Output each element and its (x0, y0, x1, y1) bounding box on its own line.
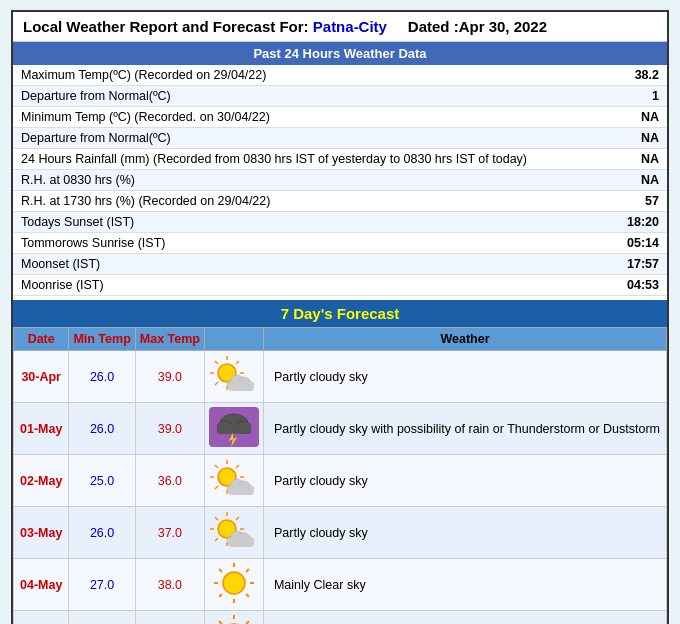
forecast-row: 03-May26.037.0 Partly cloudy sky (14, 507, 667, 559)
svg-point-48 (223, 572, 245, 594)
table-row: Moonrise (IST)04:53 (13, 275, 667, 296)
row-value: 04:53 (600, 275, 667, 296)
forecast-table: DateMin TempMax TempWeather 30-Apr26.039… (13, 327, 667, 624)
row-value: 18:20 (600, 212, 667, 233)
svg-line-55 (219, 594, 222, 597)
forecast-max-temp: 39.0 (135, 403, 204, 455)
forecast-weather-desc: Partly cloudy sky (263, 507, 666, 559)
forecast-icon (204, 403, 263, 455)
svg-line-6 (236, 361, 239, 364)
forecast-max-temp: 36.0 (135, 455, 204, 507)
row-value: 38.2 (600, 65, 667, 86)
row-value: NA (600, 149, 667, 170)
past24-table: Maximum Temp(ºC) (Recorded on 29/04/22)3… (13, 65, 667, 296)
svg-line-25 (215, 465, 218, 468)
svg-rect-33 (228, 485, 254, 495)
table-row: Todays Sunset (IST)18:20 (13, 212, 667, 233)
main-container: Local Weather Report and Forecast For: P… (11, 10, 669, 624)
forecast-weather-desc: Partly cloudy sky (263, 351, 666, 403)
header-prefix: Local Weather Report and Forecast For: (23, 18, 309, 35)
table-row: Departure from Normal(ºC)1 (13, 86, 667, 107)
svg-rect-18 (217, 425, 251, 434)
table-row: Moonset (IST)17:57 (13, 254, 667, 275)
svg-line-56 (246, 594, 249, 597)
forecast-row: 01-May26.039.0 Partly cloudy sky with po… (14, 403, 667, 455)
forecast-min-temp: 26.0 (69, 507, 135, 559)
forecast-icon (204, 351, 263, 403)
forecast-min-temp: 26.0 (69, 351, 135, 403)
forecast-weather-desc: Partly cloudy sky with possibility of ra… (263, 403, 666, 455)
forecast-icon (204, 611, 263, 625)
forecast-min-temp: 27.0 (69, 611, 135, 625)
forecast-weather-desc: Mainly Clear sky (263, 559, 666, 611)
forecast-col-header (204, 328, 263, 351)
forecast-col-header: Min Temp (69, 328, 135, 351)
row-value: NA (600, 170, 667, 191)
table-row: Minimum Temp (ºC) (Recorded. on 30/04/22… (13, 107, 667, 128)
forecast-col-header: Weather (263, 328, 666, 351)
row-label: 24 Hours Rainfall (mm) (Recorded from 08… (13, 149, 600, 170)
svg-rect-47 (228, 537, 254, 547)
row-value: 05:14 (600, 233, 667, 254)
forecast-row: 05-May27.029.0 Mainly Clear sky (14, 611, 667, 625)
svg-line-27 (215, 486, 218, 489)
header: Local Weather Report and Forecast For: P… (13, 12, 667, 42)
svg-rect-13 (228, 381, 254, 391)
forecast-min-temp: 25.0 (69, 455, 135, 507)
row-label: Minimum Temp (ºC) (Recorded. on 30/04/22… (13, 107, 600, 128)
forecast-weather-desc: Partly cloudy sky (263, 455, 666, 507)
svg-line-40 (236, 517, 239, 520)
row-label: Departure from Normal(ºC) (13, 86, 600, 107)
forecast-max-temp: 38.0 (135, 559, 204, 611)
svg-line-5 (215, 361, 218, 364)
row-value: 17:57 (600, 254, 667, 275)
header-city: Patna-City (313, 18, 387, 35)
row-label: Moonset (IST) (13, 254, 600, 275)
forecast-section: 7 Day's Forecast DateMin TempMax TempWea… (13, 300, 667, 624)
row-value: NA (600, 128, 667, 149)
forecast-min-temp: 26.0 (69, 403, 135, 455)
forecast-date: 05-May (14, 611, 69, 625)
header-date: Apr 30, 2022 (459, 18, 547, 35)
svg-line-53 (219, 569, 222, 572)
forecast-max-temp: 37.0 (135, 507, 204, 559)
past24-header: Past 24 Hours Weather Data (13, 42, 667, 65)
forecast-row: 04-May27.038.0 Mainly Clear sky (14, 559, 667, 611)
svg-line-41 (215, 538, 218, 541)
forecast-row: 30-Apr26.039.0 Partly cloudy sky (14, 351, 667, 403)
forecast-icon (204, 559, 263, 611)
table-row: Departure from Normal(ºC)NA (13, 128, 667, 149)
table-row: R.H. at 1730 hrs (%) (Recorded on 29/04/… (13, 191, 667, 212)
forecast-col-header: Max Temp (135, 328, 204, 351)
row-label: Maximum Temp(ºC) (Recorded on 29/04/22) (13, 65, 600, 86)
svg-line-39 (215, 517, 218, 520)
row-label: Todays Sunset (IST) (13, 212, 600, 233)
table-row: R.H. at 0830 hrs (%)NA (13, 170, 667, 191)
row-label: Departure from Normal(ºC) (13, 128, 600, 149)
forecast-date: 04-May (14, 559, 69, 611)
svg-line-26 (236, 465, 239, 468)
forecast-icon (204, 507, 263, 559)
table-row: Tommorows Sunrise (IST)05:14 (13, 233, 667, 254)
forecast-max-temp: 39.0 (135, 351, 204, 403)
forecast-min-temp: 27.0 (69, 559, 135, 611)
row-label: R.H. at 1730 hrs (%) (Recorded on 29/04/… (13, 191, 600, 212)
header-dated-label: Dated : (408, 18, 459, 35)
row-label: Moonrise (IST) (13, 275, 600, 296)
row-value: 1 (600, 86, 667, 107)
forecast-row: 02-May25.036.0 Partly cloudy sky (14, 455, 667, 507)
svg-line-54 (246, 569, 249, 572)
row-label: Tommorows Sunrise (IST) (13, 233, 600, 254)
row-label: R.H. at 0830 hrs (%) (13, 170, 600, 191)
forecast-header: 7 Day's Forecast (13, 300, 667, 327)
forecast-col-header: Date (14, 328, 69, 351)
forecast-icon (204, 455, 263, 507)
table-row: 24 Hours Rainfall (mm) (Recorded from 08… (13, 149, 667, 170)
forecast-weather-desc: Mainly Clear sky (263, 611, 666, 625)
row-value: NA (600, 107, 667, 128)
svg-line-7 (215, 382, 218, 385)
forecast-date: 02-May (14, 455, 69, 507)
forecast-max-temp: 29.0 (135, 611, 204, 625)
forecast-date: 30-Apr (14, 351, 69, 403)
row-value: 57 (600, 191, 667, 212)
